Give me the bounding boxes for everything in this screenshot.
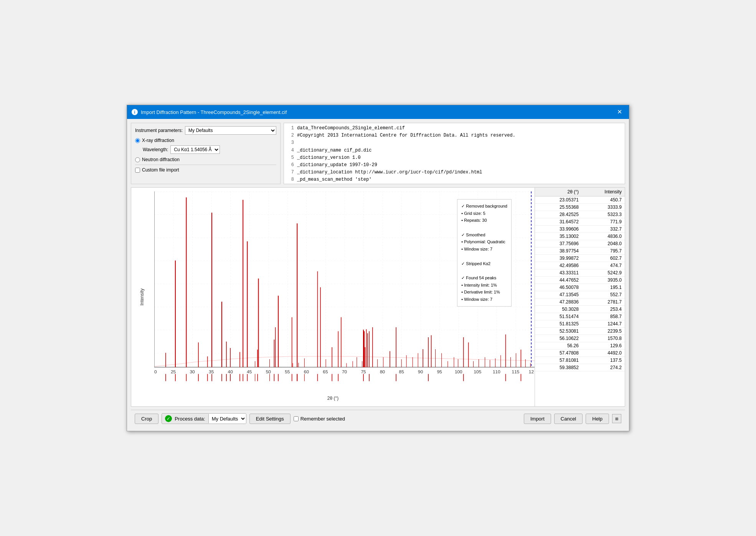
neutron-row[interactable]: Neutron diffraction: [135, 157, 276, 162]
info-gap2: [461, 253, 507, 260]
table-row[interactable]: 39.99872602.7: [535, 255, 625, 262]
intensity-cell: 3333.9: [582, 204, 625, 211]
line-content: _dictionary_name cif_pd.dic: [297, 147, 371, 154]
svg-rect-99: [154, 373, 535, 385]
table-row[interactable]: 47.13545552.7: [535, 291, 625, 299]
svg-text:50: 50: [266, 369, 271, 374]
table-row[interactable]: 57.81081137.5: [535, 357, 625, 364]
edit-settings-button[interactable]: Edit Settings: [249, 414, 291, 424]
custom-file-row[interactable]: Custom file import: [135, 167, 276, 173]
bottom-bar: Crop ✓ Process data: My Defaults Edit Se…: [131, 410, 625, 427]
svg-text:90: 90: [418, 369, 423, 374]
intensity-cell: 771.9: [582, 218, 625, 226]
table-row[interactable]: 31.64572771.9: [535, 218, 625, 226]
table-row[interactable]: 50.3028253.4: [535, 306, 625, 313]
remember-label: Remember selected: [300, 416, 345, 422]
intensity-cell: 1570.8: [582, 335, 625, 342]
angle-cell: 59.38852: [535, 364, 582, 371]
info-gap3: [461, 267, 507, 274]
layout-icon[interactable]: ⊞: [612, 414, 621, 423]
table-row[interactable]: 57.478084492.0: [535, 350, 625, 357]
remember-checkbox[interactable]: [294, 416, 299, 421]
table-row[interactable]: 37.756962048.0: [535, 240, 625, 247]
line-number: 8: [286, 176, 294, 183]
table-row[interactable]: 56.26129.6: [535, 342, 625, 350]
table-row[interactable]: 23.05371450.7: [535, 196, 625, 204]
angle-cell: 51.51474: [535, 313, 582, 320]
window-title: Import Diffraction Pattern - ThreeCompou…: [141, 109, 287, 115]
intensity-cell: 1244.7: [582, 320, 625, 328]
svg-text:25: 25: [171, 369, 176, 374]
info-grid-size: • Grid size: 5: [461, 210, 507, 217]
table-row[interactable]: 42.49586474.7: [535, 262, 625, 269]
instrument-row: Instrument parameters: My Defaults: [135, 126, 276, 135]
xray-radio[interactable]: [135, 138, 140, 143]
angle-cell: 51.81325: [535, 320, 582, 328]
intensity-cell: 4492.0: [582, 350, 625, 357]
table-row[interactable]: 47.288362781.7: [535, 299, 625, 306]
line-content: _dictionary_version 1.0: [297, 154, 361, 162]
svg-text:80: 80: [380, 369, 385, 374]
help-button[interactable]: Help: [586, 414, 609, 424]
process-label-text: Process data:: [175, 416, 205, 422]
process-check-icon: ✓: [165, 415, 172, 422]
table-row[interactable]: 28.425255323.3: [535, 211, 625, 218]
neutron-radio[interactable]: [135, 157, 140, 162]
process-select[interactable]: My Defaults: [209, 414, 246, 424]
intensity-cell: 195.1: [582, 284, 625, 291]
line-content: _dictionary_location http://www.iucr.org…: [297, 169, 482, 176]
custom-file-checkbox[interactable]: [135, 168, 140, 173]
file-line: 5_dictionary_version 1.0: [286, 154, 622, 162]
angle-cell: 28.42525: [535, 211, 582, 218]
intensity-cell: 2781.7: [582, 299, 625, 306]
angle-cell: 50.3028: [535, 306, 582, 313]
import-button[interactable]: Import: [524, 414, 551, 424]
crop-button[interactable]: Crop: [135, 414, 158, 424]
xray-label: X-ray diffraction: [142, 138, 174, 143]
table-row[interactable]: 35.130024836.0: [535, 233, 625, 240]
table-row[interactable]: 43.333115242.9: [535, 269, 625, 277]
angle-cell: 47.13545: [535, 291, 582, 299]
table-row[interactable]: 25.553683333.9: [535, 204, 625, 211]
process-data-group: ✓ Process data: My Defaults: [162, 413, 246, 424]
close-button[interactable]: ✕: [615, 108, 624, 116]
angle-cell: 39.99872: [535, 255, 582, 262]
table-row[interactable]: 33.99606332.7: [535, 226, 625, 233]
info-intensity-limit: • Intensity limit: 1%: [461, 282, 507, 289]
table-panel[interactable]: 2θ (°) Intensity 23.05371450.725.5536833…: [535, 188, 625, 406]
intensity-cell: 137.5: [582, 357, 625, 364]
table-row[interactable]: 52.530812239.5: [535, 328, 625, 335]
svg-text:100: 100: [455, 369, 462, 374]
line-number: 2: [286, 132, 294, 139]
svg-text:30: 30: [190, 369, 195, 374]
file-line: 1data_ThreeCompounds_2Single_element.cif: [286, 125, 622, 132]
table-row[interactable]: 56.106221570.8: [535, 335, 625, 342]
table-row[interactable]: 38.97754795.7: [535, 247, 625, 255]
wavelength-row: Wavelength: Cu Kα1 1.54056 Å: [143, 145, 276, 154]
table-row[interactable]: 59.38852274.2: [535, 364, 625, 371]
table-row[interactable]: 44.476523935.0: [535, 277, 625, 284]
instrument-select[interactable]: My Defaults: [185, 126, 276, 135]
table-row[interactable]: 51.813251244.7: [535, 320, 625, 328]
svg-text:55: 55: [285, 369, 290, 374]
angle-cell: 47.28836: [535, 299, 582, 306]
chart-area: Intensity: [131, 188, 535, 406]
svg-text:45: 45: [247, 369, 252, 374]
intensity-cell: 2239.5: [582, 328, 625, 335]
xray-row[interactable]: X-ray diffraction: [135, 138, 276, 143]
file-line: 4_dictionary_name cif_pd.dic: [286, 147, 622, 154]
line-number: 3: [286, 139, 294, 147]
cancel-button[interactable]: Cancel: [554, 414, 583, 424]
intensity-cell: 5242.9: [582, 269, 625, 277]
table-row[interactable]: 46.50078195.1: [535, 284, 625, 291]
info-derivative-limit: • Derivative limit: 1%: [461, 289, 507, 296]
svg-text:105: 105: [474, 369, 481, 374]
process-data-label: ✓ Process data:: [162, 414, 209, 423]
table-row[interactable]: 51.51474858.7: [535, 313, 625, 320]
intensity-cell: 474.7: [582, 262, 625, 269]
instrument-label: Instrument parameters:: [135, 128, 183, 133]
app-icon: i: [132, 109, 138, 115]
wavelength-select[interactable]: Cu Kα1 1.54056 Å: [170, 145, 220, 154]
intensity-cell: 450.7: [582, 196, 625, 204]
main-window: i Import Diffraction Pattern - ThreeComp…: [127, 105, 629, 431]
